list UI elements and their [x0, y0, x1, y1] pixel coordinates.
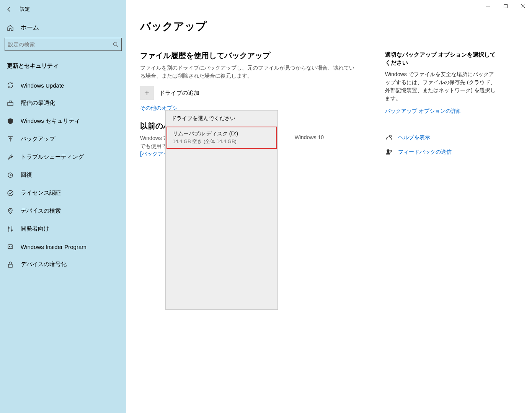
sidebar-item-activation[interactable]: ライセンス認証 — [0, 184, 126, 202]
add-drive-label: ドライブの追加 — [159, 89, 199, 97]
section-previous-trailing: Windows 10 — [295, 134, 324, 158]
sidebar-item-label: デバイスの検索 — [21, 207, 61, 215]
sidebar-item-label: 回復 — [21, 171, 32, 179]
search-input[interactable] — [8, 41, 113, 47]
nav-section-label: 更新とセキュリティ — [0, 57, 126, 76]
back-button[interactable] — [5, 5, 13, 13]
sync-icon — [7, 82, 14, 89]
shield-icon — [7, 118, 14, 125]
sidebar-item-label: デバイスの暗号化 — [21, 261, 67, 268]
feedback-row[interactable]: フィードバックの送信 — [385, 148, 496, 156]
window-title: 設定 — [20, 6, 30, 13]
sidebar-item-insider[interactable]: Windows Insider Program — [0, 238, 126, 255]
maximize-icon — [504, 4, 508, 8]
nav-home-label: ホーム — [21, 24, 39, 32]
minimize-icon — [486, 4, 490, 8]
svg-line-1 — [117, 46, 118, 47]
get-help-link[interactable]: ヘルプを表示 — [398, 134, 430, 141]
dropdown-header: ドライブを選んでください — [166, 111, 277, 127]
drive-select-dropdown: ドライブを選んでください リムーバブル ディスク (D:) 14.4 GB 空き… — [165, 110, 278, 310]
lock-icon — [7, 261, 14, 268]
svg-point-5 — [8, 190, 13, 196]
sidebar-item-label: バックアップ — [21, 135, 55, 143]
svg-point-22 — [387, 150, 389, 152]
search-icon — [113, 42, 118, 47]
backup-options-link[interactable]: バックアップ オプションの詳細 — [385, 108, 496, 115]
help-icon — [385, 134, 393, 141]
svg-point-12 — [9, 246, 10, 247]
recovery-icon — [7, 172, 14, 179]
minimize-button[interactable] — [479, 0, 497, 12]
home-icon — [7, 24, 14, 31]
insider-icon — [7, 243, 14, 250]
sidebar-item-windows-update[interactable]: Windows Update — [0, 76, 126, 94]
section-file-history-heading: ファイル履歴を使用してバックアップ — [140, 50, 354, 61]
section-file-history-desc: ファイルを別のドライブにバックアップし、元のファイルが見つからない場合、壊れてい… — [140, 64, 354, 80]
feedback-icon — [385, 148, 393, 156]
add-drive-row[interactable]: ドライブの追加 — [140, 86, 354, 100]
sidebar-item-label: Windows セキュリティ — [21, 117, 80, 125]
sidebar-item-security[interactable]: Windows セキュリティ — [0, 112, 126, 130]
dropdown-item-title: リムーバブル ディスク (D:) — [173, 130, 271, 137]
arrow-left-icon — [6, 6, 12, 12]
sidebar-item-encryption[interactable]: デバイスの暗号化 — [0, 255, 126, 273]
aside-desc: Windows でファイルを安全な場所にバックアップするには、ファイルの保存先 … — [385, 70, 496, 102]
search-input-container[interactable] — [5, 38, 122, 51]
close-icon — [521, 4, 525, 8]
sidebar-item-label: 配信の最適化 — [21, 99, 55, 107]
check-circle-icon — [7, 190, 14, 197]
backup-icon — [7, 136, 14, 143]
sidebar-item-recovery[interactable]: 回復 — [0, 166, 126, 184]
dropdown-item-removable-disk[interactable]: リムーバブル ディスク (D:) 14.4 GB 空き (全体 14.4 GB) — [166, 127, 277, 149]
sidebar-item-label: 開発者向け — [21, 225, 49, 233]
sidebar-item-find-device[interactable]: デバイスの検索 — [0, 202, 126, 220]
sliders-icon — [7, 226, 14, 233]
sidebar-item-backup[interactable]: バックアップ — [0, 130, 126, 148]
sidebar: 設定 ホーム 更新とセキュリティ Windows Update 配信の最適化 W… — [0, 0, 126, 413]
get-help-row[interactable]: ヘルプを表示 — [385, 134, 496, 141]
delivery-icon — [7, 100, 14, 107]
page-title: バックアップ — [140, 19, 517, 34]
dropdown-item-sub: 14.4 GB 空き (全体 14.4 GB) — [173, 138, 271, 145]
nav-home[interactable]: ホーム — [0, 20, 126, 36]
svg-point-9 — [8, 227, 10, 229]
sidebar-item-label: ライセンス認証 — [21, 189, 61, 197]
svg-point-6 — [10, 210, 11, 211]
svg-rect-2 — [8, 102, 13, 106]
aside-heading: 適切なバックアップ オプションを選択してください — [385, 50, 496, 67]
plus-icon — [144, 90, 150, 96]
sidebar-item-troubleshoot[interactable]: トラブルシューティング — [0, 148, 126, 166]
sidebar-item-delivery-optimization[interactable]: 配信の最適化 — [0, 94, 126, 112]
wrench-icon — [7, 154, 14, 161]
maximize-button[interactable] — [497, 0, 514, 12]
svg-rect-11 — [8, 245, 13, 249]
svg-point-21 — [390, 135, 392, 137]
svg-point-0 — [114, 42, 117, 46]
feedback-link[interactable]: フィードバックの送信 — [398, 149, 452, 156]
aside-panel: 適切なバックアップ オプションを選択してください Windows でファイルを安… — [385, 50, 496, 163]
sidebar-item-developers[interactable]: 開発者向け — [0, 220, 126, 238]
add-drive-button[interactable] — [140, 86, 154, 100]
close-button[interactable] — [514, 0, 532, 12]
svg-point-13 — [11, 246, 11, 247]
location-icon — [7, 208, 14, 215]
svg-point-10 — [11, 229, 13, 231]
svg-rect-14 — [8, 264, 12, 267]
sidebar-item-label: Windows Update — [21, 82, 64, 89]
sidebar-item-label: Windows Insider Program — [21, 244, 86, 250]
sidebar-item-label: トラブルシューティング — [21, 153, 84, 161]
svg-rect-16 — [504, 5, 508, 8]
